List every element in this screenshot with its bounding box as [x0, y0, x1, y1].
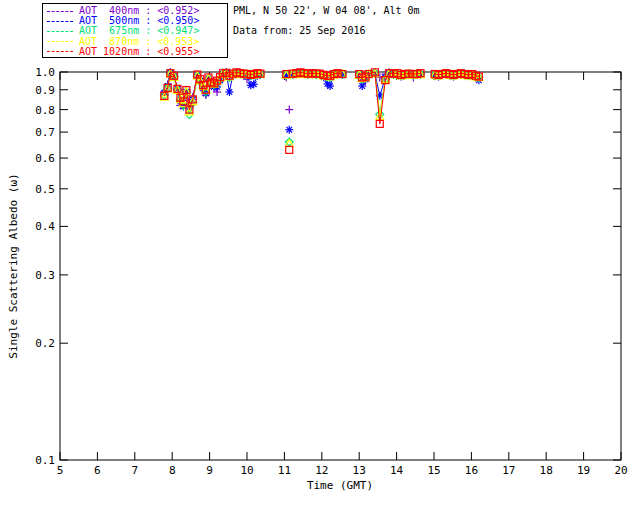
y-tick-label: 0.1	[35, 454, 55, 467]
legend-label-675nm: AOT 675nm : <0.947>	[79, 26, 199, 36]
series-aot-1020nm	[161, 69, 483, 154]
y-tick-label: 0.5	[35, 183, 55, 196]
x-tick-label: 17	[502, 464, 515, 477]
y-tick-label: 0.3	[35, 269, 55, 282]
square-marker	[286, 146, 293, 153]
x-tick-label: 15	[427, 464, 440, 477]
plot-frame	[60, 72, 621, 460]
x-tick-label: 11	[278, 464, 291, 477]
site-location-text: PML, N 50 22', W 04 08', Alt 0m	[233, 6, 420, 16]
x-tick-label: 8	[169, 464, 176, 477]
title-block: PML, N 50 22', W 04 08', Alt 0m Data fro…	[233, 6, 420, 36]
dashed-line-swatch-400nm	[47, 11, 73, 12]
ssa-plot-screen: 5678910111213141516171819201.00.90.80.70…	[0, 0, 640, 512]
legend-item: AOT 1020nm : <0.955>	[47, 47, 227, 57]
x-tick-label: 10	[240, 464, 253, 477]
ssa-chart: 5678910111213141516171819201.00.90.80.70…	[0, 0, 640, 512]
legend-label-1020nm: AOT 1020nm : <0.955>	[79, 47, 199, 57]
x-tick-label: 14	[390, 464, 404, 477]
x-tick-label: 18	[540, 464, 553, 477]
x-tick-label: 13	[353, 464, 366, 477]
y-tick-label: 0.2	[35, 337, 55, 350]
x-tick-label: 16	[465, 464, 478, 477]
y-tick-label: 0.4	[35, 220, 55, 233]
dashed-line-swatch-870nm	[47, 41, 73, 42]
x-axis-title: Time (GMT)	[307, 479, 373, 492]
x-tick-label: 6	[94, 464, 101, 477]
dashed-line-swatch-675nm	[47, 31, 73, 32]
y-tick-label: 0.8	[35, 104, 55, 117]
x-tick-label: 12	[315, 464, 328, 477]
y-tick-label: 0.9	[35, 84, 55, 97]
x-tick-label: 7	[131, 464, 138, 477]
data-date-text: Data from: 25 Sep 2016	[233, 26, 420, 36]
y-tick-label: 1.0	[35, 66, 55, 79]
x-tick-label: 5	[57, 464, 64, 477]
y-tick-label: 0.6	[35, 152, 55, 165]
x-tick-label: 19	[577, 464, 590, 477]
plot-axes: 5678910111213141516171819201.00.90.80.70…	[35, 66, 628, 477]
dashed-line-swatch-1020nm	[47, 51, 73, 52]
y-tick-label: 0.7	[35, 126, 55, 139]
plot-data-series	[160, 68, 483, 153]
x-tick-label: 9	[206, 464, 213, 477]
dashed-line-swatch-500nm	[47, 21, 73, 22]
y-axis-title: Single Scattering Albedo (ω)	[7, 173, 20, 358]
legend: AOT 400nm : <0.952> AOT 500nm : <0.950> …	[42, 3, 228, 58]
x-tick-label: 20	[614, 464, 627, 477]
